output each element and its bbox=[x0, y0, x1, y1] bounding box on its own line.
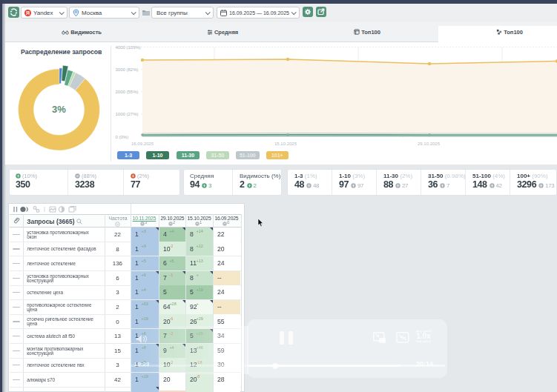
svg-text:1000 (27%): 1000 (27%) bbox=[116, 112, 139, 116]
svg-text:29.10.2025: 29.10.2025 bbox=[418, 142, 441, 146]
svg-text:3000 (82%): 3000 (82%) bbox=[116, 67, 139, 72]
svg-text:2000 (55%): 2000 (55%) bbox=[116, 90, 139, 94]
svg-text:15.10.2025: 15.10.2025 bbox=[274, 142, 297, 146]
svg-text:16.09.2025: 16.09.2025 bbox=[131, 142, 154, 146]
svg-text:4000 (109%): 4000 (109%) bbox=[116, 45, 141, 50]
svg-text:0 (0%): 0 (0%) bbox=[116, 135, 129, 139]
